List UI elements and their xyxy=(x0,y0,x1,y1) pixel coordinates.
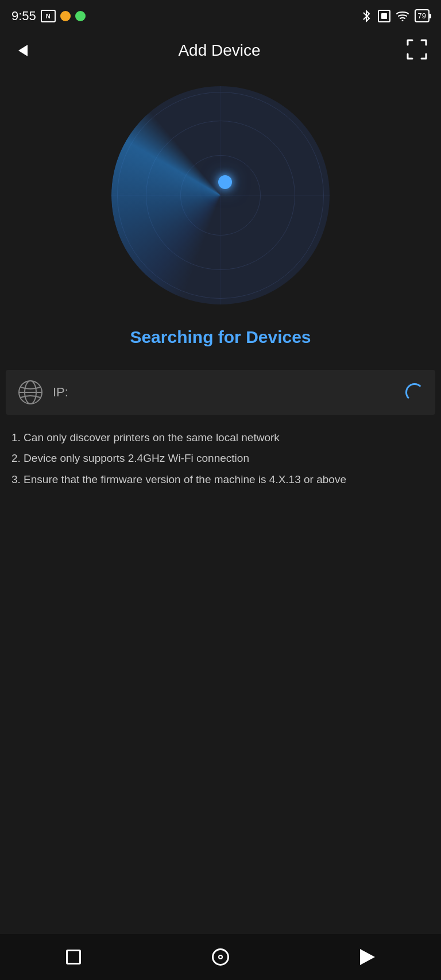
back-nav-icon xyxy=(360,949,375,965)
status-right: 79 xyxy=(361,9,430,22)
dot-green-icon xyxy=(75,11,86,21)
home-icon xyxy=(212,948,229,966)
wifi-icon xyxy=(396,11,409,21)
radar-sweep xyxy=(111,86,330,304)
bottom-nav xyxy=(0,934,441,980)
page-title: Add Device xyxy=(178,41,260,60)
status-bar: 9:55 N 79 xyxy=(0,0,441,32)
status-left: 9:55 N xyxy=(11,9,86,24)
back-button[interactable] xyxy=(11,39,34,62)
bluetooth-icon xyxy=(361,10,372,22)
note-item-3: 3. Ensure that the firmware version of t… xyxy=(11,470,430,489)
nfc-icon: N xyxy=(41,10,56,22)
notes-section: 1. Can only discover printers on the sam… xyxy=(0,415,441,505)
nav-recents-button[interactable] xyxy=(56,940,91,974)
note-item-2: 2. Device only supports 2.4GHz Wi-Fi con… xyxy=(11,449,430,468)
radar-container xyxy=(0,69,441,316)
nav-back-button[interactable] xyxy=(350,940,385,974)
globe-icon xyxy=(17,379,44,406)
back-arrow-icon xyxy=(18,45,28,56)
battery-indicator: 79 xyxy=(415,9,430,22)
radar-animation xyxy=(111,86,330,304)
status-time: 9:55 xyxy=(11,9,36,24)
loading-spinner xyxy=(405,383,424,402)
dot-orange-icon xyxy=(60,11,71,21)
screen-record-icon xyxy=(378,10,390,22)
searching-status-text: Searching for Devices xyxy=(0,327,441,347)
ip-label: IP: xyxy=(53,385,68,400)
svg-point-0 xyxy=(401,20,403,21)
note-item-1: 1. Can only discover printers on the sam… xyxy=(11,429,430,447)
radar-dot xyxy=(218,175,232,189)
home-icon-inner xyxy=(218,955,223,959)
nav-bar: Add Device xyxy=(0,32,441,69)
nav-home-button[interactable] xyxy=(203,940,238,974)
ip-input[interactable] xyxy=(74,385,405,400)
scan-qr-button[interactable] xyxy=(404,38,430,63)
ip-input-row[interactable]: IP: xyxy=(6,370,435,415)
qr-scan-icon xyxy=(407,39,427,62)
recents-icon xyxy=(66,950,81,964)
